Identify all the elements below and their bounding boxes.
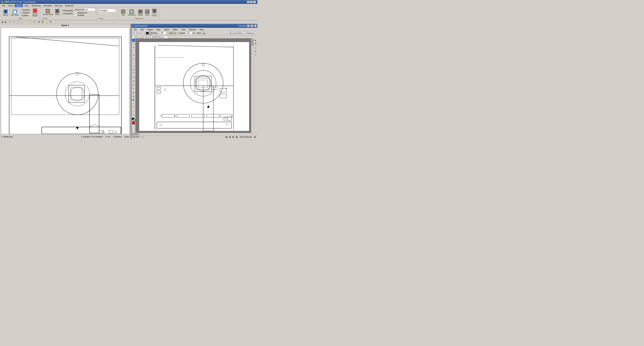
right-maximize-btn[interactable]: □ <box>250 24 253 27</box>
first-page-btn[interactable]: |◀ <box>225 136 228 139</box>
right-menu-file[interactable]: File <box>132 28 138 31</box>
panel-btn-1[interactable]: ▶ <box>254 39 257 42</box>
tool-type[interactable]: T <box>132 57 135 60</box>
tab-roa4n[interactable]: roa4n.svg @ 726.51% (RGB/Outlines) ✕ <box>132 36 168 38</box>
stroke-value-field[interactable]: 1.189 <box>158 32 166 34</box>
right-menu-object[interactable]: Object <box>146 28 154 31</box>
background-check[interactable]: Background <box>75 12 95 14</box>
do-not-publish-btn[interactable]: 🚫 Do NotPublish <box>32 8 39 17</box>
next-page-btn[interactable]: ▶ <box>232 136 235 139</box>
toolbar-zoom-out-btn[interactable]: − <box>24 20 28 24</box>
tool-line[interactable]: / <box>132 61 135 64</box>
red-indicator[interactable] <box>132 122 135 124</box>
tool-rect[interactable]: □ <box>132 64 135 68</box>
style-select[interactable]: Basic <box>168 32 176 35</box>
rename-btn[interactable]: ✏ Rename <box>20 12 31 14</box>
panel-btn-3[interactable]: ≡ <box>254 46 257 50</box>
menu-sectioning[interactable]: Sectioning <box>30 4 42 7</box>
prev-page-btn[interactable]: ◀ <box>228 136 232 139</box>
toolbar-grid-btn[interactable]: ⊞ <box>37 20 40 24</box>
perspective-btn[interactable]: ◇ Perspective <box>61 12 74 15</box>
panel-btn-5[interactable]: ◇ <box>254 53 257 56</box>
tool-reflect[interactable]: ⇌ <box>132 80 135 82</box>
new-figure-btn[interactable]: 📄 New Figure <box>10 9 20 16</box>
scroll-thumb-h[interactable] <box>132 133 139 135</box>
right-menu-edit[interactable]: Edit <box>139 28 145 31</box>
canvas-area[interactable] <box>136 38 251 133</box>
delete-btn[interactable]: ✕ Delete <box>20 14 31 17</box>
tool-eyedropper[interactable]: 💉 <box>132 102 135 105</box>
toolbar-forward-btn[interactable]: ▶ <box>4 20 8 24</box>
size-btn[interactable]: 📏 Size <box>120 9 126 16</box>
tool-direct-select[interactable]: ↗ <box>132 42 135 45</box>
toolbar-redo-btn[interactable]: ↪ <box>12 20 16 24</box>
field-of-view-input[interactable]: 30 <box>85 8 95 11</box>
tool-shear[interactable]: ⊿ <box>132 86 135 90</box>
maximize-btn[interactable]: □ <box>250 1 253 3</box>
figures-btn[interactable]: 🖼 Figures <box>2 9 9 16</box>
gradient-check[interactable]: Gradient <box>75 14 95 16</box>
render-mode-btn[interactable]: 🎨 Render Mode <box>42 8 54 16</box>
toolbar-undo-btn[interactable]: ↩ <box>9 20 12 24</box>
border-btn[interactable]: ▭ Border <box>137 9 144 16</box>
tool-shape-builder[interactable]: ⊕ <box>132 94 135 98</box>
duplicate-btn[interactable]: + Duplicate <box>20 8 31 11</box>
right-close-btn[interactable]: ✕ <box>254 24 257 27</box>
menu-sequence[interactable]: Sequence <box>64 4 75 7</box>
orientation-btn[interactable]: 🔄 Orientation <box>127 9 136 16</box>
panel-btn-4[interactable]: ⊞ <box>254 50 257 53</box>
tool-hand[interactable]: ✋ <box>132 110 135 113</box>
last-page-btn[interactable]: ▶| <box>235 136 238 139</box>
tool-blend[interactable]: ∞ <box>132 105 135 108</box>
toolbar-select-btn[interactable]: ↖ <box>17 20 20 24</box>
tool-pencil[interactable]: ✏ <box>132 71 135 74</box>
tool-zoom[interactable]: 🔍 <box>132 113 135 116</box>
opacity-value-field[interactable]: 100 <box>186 32 192 34</box>
tool-pen[interactable]: ✒ <box>132 54 135 57</box>
right-menu-effect[interactable]: Effect <box>172 28 179 31</box>
minimize-btn[interactable]: _ <box>247 1 250 3</box>
tool-selection[interactable]: ↖ <box>132 39 135 42</box>
tool-lasso[interactable]: ⌒ <box>132 49 135 52</box>
toolbar-measure-btn[interactable]: 📐 <box>46 20 49 24</box>
right-scrollbar-h[interactable] <box>132 133 258 135</box>
tool-scale[interactable]: ⊡ <box>132 83 135 86</box>
toolbar-pan-btn[interactable]: ✋ <box>29 20 32 24</box>
menu-figure[interactable]: Figure <box>14 4 23 7</box>
filters-btn[interactable]: ⚙ Filters <box>54 8 60 16</box>
menu-animation[interactable]: Animation <box>42 4 54 7</box>
right-menu-window[interactable]: Window <box>188 28 197 31</box>
close-btn[interactable]: ✕ <box>253 1 256 3</box>
style2-select[interactable] <box>202 32 206 35</box>
tool-rotate[interactable]: ↻ <box>132 76 135 79</box>
zoom-btn[interactable]: 🔍 Zoom <box>144 9 150 16</box>
preferences-btn[interactable]: Preferences <box>244 32 257 34</box>
right-scrollbar-v[interactable] <box>251 38 254 133</box>
tool-free-transform[interactable]: ⊞ <box>132 91 135 94</box>
fill-swatch[interactable] <box>146 32 148 34</box>
right-menu-type[interactable]: Type <box>155 28 162 31</box>
toolbar-zoom-in-btn[interactable]: + <box>21 20 24 24</box>
toolbar-settings-btn[interactable]: ⚙ <box>49 20 52 24</box>
figure-canvas[interactable]: -Z <box>1 28 130 134</box>
stroke-swatch[interactable] <box>149 32 151 34</box>
stroke-color-swatch[interactable] <box>133 119 135 121</box>
tool-magic-wand[interactable]: ✦ <box>132 46 135 49</box>
tab-close[interactable]: ✕ <box>165 36 166 38</box>
orthographic-btn[interactable]: □ Orthographic <box>61 9 74 12</box>
right-menu-help[interactable]: Help <box>198 28 205 31</box>
selection-mode-btn[interactable]: ▶ <box>254 136 257 139</box>
menu-item-list[interactable]: Item List <box>54 4 64 7</box>
menu-tools[interactable]: Tools <box>23 4 30 7</box>
right-minimize-btn[interactable]: _ <box>247 24 250 27</box>
menu-home[interactable]: Home <box>7 4 14 7</box>
document-setup-btn[interactable]: Document Setup <box>228 32 244 34</box>
panel-btn-2[interactable]: ◀ <box>254 42 257 45</box>
scroll-thumb-v[interactable] <box>252 39 254 46</box>
tool-gradient[interactable]: ◧ <box>132 98 135 101</box>
tool-paintbrush[interactable]: 🖌 <box>132 68 135 71</box>
right-menu-select[interactable]: Select <box>162 28 171 31</box>
right-menu-view[interactable]: View <box>180 28 187 31</box>
toolbar-rotate-btn[interactable]: ↻ <box>32 20 36 24</box>
toolbar-snap-btn[interactable]: ⊠ <box>41 20 44 24</box>
